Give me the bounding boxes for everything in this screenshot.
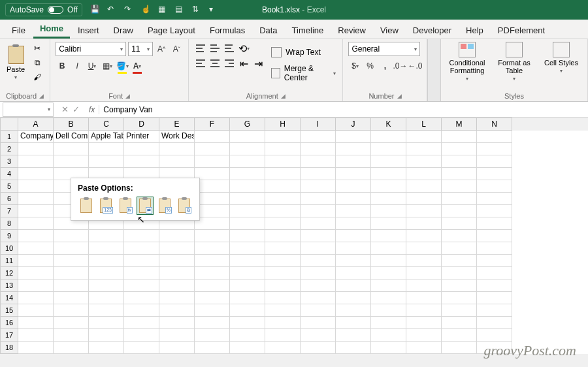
cell[interactable]: [477, 329, 512, 342]
cell[interactable]: [371, 193, 406, 205]
cell[interactable]: [89, 267, 124, 279]
copy-button[interactable]: ⧉: [30, 56, 44, 69]
formula-bar[interactable]: Company Van: [99, 105, 588, 114]
cell[interactable]: [124, 143, 159, 155]
cell[interactable]: Dell Comp: [54, 131, 89, 143]
cell[interactable]: [477, 267, 512, 279]
font-size-select[interactable]: 11▾: [128, 42, 153, 56]
cell[interactable]: [18, 180, 54, 193]
cell[interactable]: [336, 317, 371, 329]
cell[interactable]: [265, 329, 301, 342]
font-name-select[interactable]: Calibri▾: [56, 42, 126, 56]
cell[interactable]: [301, 205, 336, 217]
cell[interactable]: [195, 342, 230, 354]
cell[interactable]: [159, 267, 195, 279]
tab-help[interactable]: Help: [459, 22, 490, 39]
cell[interactable]: [89, 292, 124, 304]
cell[interactable]: [336, 267, 371, 279]
enter-formula-icon[interactable]: ✓: [73, 104, 80, 114]
cell[interactable]: [230, 193, 265, 205]
cell[interactable]: [301, 255, 336, 267]
paste-button[interactable]: Paste ▾: [5, 42, 26, 88]
save-icon[interactable]: 💾: [90, 5, 101, 15]
cell[interactable]: [265, 342, 301, 354]
cell[interactable]: [301, 217, 336, 230]
cell[interactable]: [159, 155, 195, 168]
cell[interactable]: [301, 143, 336, 155]
cell[interactable]: [406, 292, 442, 304]
percent-button[interactable]: %: [363, 59, 376, 73]
cell[interactable]: [18, 242, 54, 255]
cell[interactable]: [89, 143, 124, 155]
cell[interactable]: [406, 168, 442, 180]
cell[interactable]: [442, 242, 477, 255]
cell[interactable]: [301, 317, 336, 329]
cell[interactable]: [336, 242, 371, 255]
tab-pdfelement[interactable]: PDFelement: [491, 22, 551, 39]
row-header[interactable]: 15: [0, 304, 18, 317]
row-header[interactable]: 2: [0, 143, 18, 155]
row-header[interactable]: 8: [0, 217, 18, 230]
currency-button[interactable]: $▾: [348, 59, 361, 73]
cell[interactable]: [195, 242, 230, 255]
cell[interactable]: Apple Tab: [89, 131, 124, 143]
cell[interactable]: [442, 180, 477, 193]
cell[interactable]: [124, 155, 159, 168]
cell[interactable]: [371, 143, 406, 155]
select-all-corner[interactable]: [0, 118, 18, 131]
row-header[interactable]: 6: [0, 193, 18, 205]
cell[interactable]: [301, 304, 336, 317]
font-color-button[interactable]: A▾: [131, 59, 144, 73]
paste-option-transpose[interactable]: ⇄: [137, 197, 154, 215]
cell[interactable]: [89, 242, 124, 255]
cell[interactable]: [477, 131, 512, 143]
cell[interactable]: [195, 180, 230, 193]
cell[interactable]: [265, 131, 301, 143]
cell[interactable]: [442, 342, 477, 354]
paste-option-formatting[interactable]: %: [156, 197, 173, 215]
cell[interactable]: Printer: [124, 131, 159, 143]
cell[interactable]: [124, 342, 159, 354]
cell[interactable]: [477, 279, 512, 292]
row-header[interactable]: 5: [0, 180, 18, 193]
cell[interactable]: [301, 279, 336, 292]
borders-icon[interactable]: ▦: [158, 5, 169, 15]
cell[interactable]: [89, 329, 124, 342]
cell[interactable]: [477, 217, 512, 230]
cell[interactable]: [406, 304, 442, 317]
column-header[interactable]: J: [336, 118, 371, 131]
cell[interactable]: [265, 193, 301, 205]
touch-mode-icon[interactable]: ☝: [141, 5, 152, 15]
align-center-button[interactable]: [208, 57, 221, 70]
cell[interactable]: [371, 242, 406, 255]
cell[interactable]: [442, 329, 477, 342]
cell[interactable]: [195, 317, 230, 329]
cell[interactable]: [124, 329, 159, 342]
sort-icon[interactable]: ⇅: [192, 5, 203, 15]
cell[interactable]: [336, 131, 371, 143]
tab-review[interactable]: Review: [331, 22, 372, 39]
cell[interactable]: [406, 230, 442, 242]
cell[interactable]: [89, 342, 124, 354]
cell[interactable]: [301, 230, 336, 242]
fill-color-button[interactable]: 🪣▾: [116, 59, 129, 73]
cell[interactable]: [371, 230, 406, 242]
cell[interactable]: [406, 255, 442, 267]
cell[interactable]: [406, 180, 442, 193]
cell[interactable]: [159, 279, 195, 292]
cell[interactable]: [18, 155, 54, 168]
cell[interactable]: [89, 255, 124, 267]
fx-icon[interactable]: fx: [85, 105, 99, 114]
cell[interactable]: [18, 292, 54, 304]
cell[interactable]: [18, 342, 54, 354]
cell[interactable]: [159, 317, 195, 329]
increase-font-button[interactable]: A^: [155, 42, 168, 56]
cell[interactable]: [336, 180, 371, 193]
align-bottom-button[interactable]: [223, 42, 236, 55]
decrease-decimal-button[interactable]: ←.0: [408, 59, 421, 73]
cell[interactable]: [265, 180, 301, 193]
cell[interactable]: [265, 279, 301, 292]
cell[interactable]: [336, 255, 371, 267]
row-header[interactable]: 7: [0, 205, 18, 217]
cell[interactable]: [442, 292, 477, 304]
